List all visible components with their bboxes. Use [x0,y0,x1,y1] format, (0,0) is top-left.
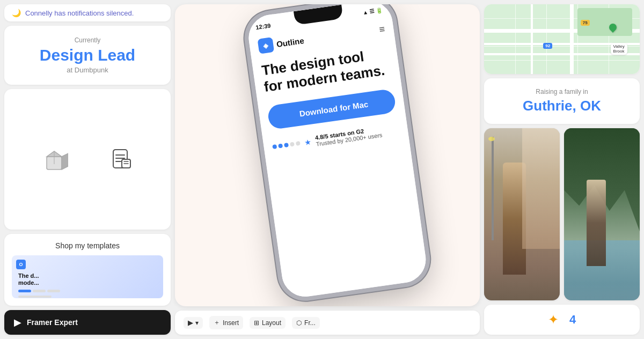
cube-icon-container [40,145,69,174]
bottom-icons: ✦ 4 [484,305,640,335]
right-column: ValleyBrook 75 92 Raising a family in Gu… [484,4,640,335]
template-lines [18,296,60,298]
icons-card [4,89,171,230]
map-card: ValleyBrook 75 92 [484,4,640,74]
center-column: 12:39 ▲ ☰ 🔋 ◈ Outline ≡ The design tool [175,4,480,335]
map-background: ValleyBrook 75 92 [484,4,640,74]
fr-icon: ⬡ [296,319,302,327]
moon-icon: 🌙 [12,9,21,17]
street-photo-bg [484,128,560,300]
framer-icon: ▶ [14,316,21,328]
time-display: 12:39 [255,22,272,31]
guthrie-card: Raising a family in Guthrie, OK [484,78,640,124]
dot-3 [284,143,289,148]
design-lead-title: Design Lead [15,46,160,64]
left-column: 🌙 Connelly has notifications silenced. C… [4,4,171,335]
download-button[interactable]: Download for Mac [267,89,397,130]
person-2 [587,180,605,266]
dot-5 [296,141,301,146]
dot-1 [272,144,277,149]
template-content: The d...mode... [18,272,60,298]
outline-logo-icon: ◈ [258,37,275,54]
framer-toolbar: ▶ ▾ ＋ Insert ⊞ Layout ⬡ Fr... [175,311,480,335]
design-lead-card: Currently Design Lead at Dumbpunk [4,26,171,85]
framer-logo-icon: ▶ [188,319,193,327]
phone-screen: 12:39 ▲ ☰ 🔋 ◈ Outline ≡ The design tool [246,4,429,299]
insert-label: Insert [223,319,239,327]
dot-4 [290,142,295,146]
insert-btn[interactable]: ＋ Insert [209,316,243,329]
rating-section: ★ 4.8/5 starts on G2 Trusted by 20,000+ … [272,123,400,153]
lamp-light [488,137,495,141]
layout-btn[interactable]: ⊞ Layout [250,317,286,329]
number-badge: 4 [569,313,576,327]
download-label: Download for Mac [299,99,369,118]
city-name: Guthrie, OK [495,98,629,114]
phone-card: 12:39 ▲ ☰ 🔋 ◈ Outline ≡ The design tool [175,4,480,306]
fr-btn[interactable]: ⬡ Fr... [292,317,320,329]
app-name: Outline [276,35,305,48]
cube-icon [41,146,68,173]
template-dots [18,290,60,292]
map-valley-label: ValleyBrook [611,43,627,55]
raising-label: Raising a family in [495,88,629,95]
template-text: The d...mode... [18,272,60,286]
nature-photo-bg [564,128,640,300]
shop-title: Shop my templates [12,241,163,250]
dot-2 [278,143,283,148]
photos-row [484,128,640,300]
phone-mockup: 12:39 ▲ ☰ 🔋 ◈ Outline ≡ The design tool [246,4,429,299]
framer-badge[interactable]: ▶ Framer Expert [4,310,171,335]
fr-label: Fr... [304,319,316,327]
dropdown-arrow: ▾ [195,319,199,327]
route-badge-1: 75 [581,20,590,26]
nature-photo [564,128,640,300]
lamp-post [492,137,494,240]
rating-info: 4.8/5 starts on G2 Trusted by 20,000+ us… [314,125,383,147]
document-icon [110,148,134,171]
company-label: at Dumbpunk [15,66,160,74]
framer-logo-btn[interactable]: ▶ ▾ [184,317,203,329]
sun-icon: ✦ [548,312,559,327]
shop-templates-card: Shop my templates O The d...mode... [4,234,171,306]
layout-label: Layout [262,319,281,327]
outline-mini-icon: O [16,260,26,269]
template-preview: O The d...mode... [12,255,163,298]
route-badge-2: 92 [543,43,552,49]
layout-icon: ⊞ [254,319,259,327]
outline-logo: ◈ Outline [258,33,305,54]
street-photo [484,128,560,300]
rating-dots [272,141,301,149]
building [522,128,560,249]
currently-label: Currently [15,36,160,44]
rating-icon: ★ [304,137,312,147]
plus-icon: ＋ [214,318,220,327]
svg-marker-2 [62,153,68,170]
framer-label: Framer Expert [27,318,78,327]
doc-icon-container [108,146,135,173]
status-icons: ▲ ☰ 🔋 [362,6,383,15]
notification-text: Connelly has notifications silenced. [25,9,134,17]
menu-icon: ≡ [378,23,385,35]
phone-headline: The design tool for modern teams. [261,45,392,95]
notification-bar: 🌙 Connelly has notifications silenced. [4,4,171,21]
